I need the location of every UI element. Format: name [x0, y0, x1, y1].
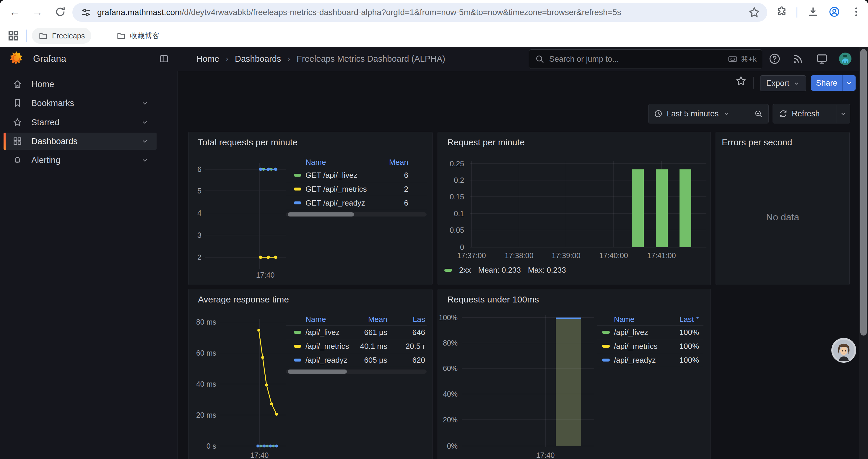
sidebar-item-bookmarks[interactable]: Bookmarks [4, 95, 157, 112]
series-name: /api/_livez [614, 328, 666, 337]
y-axis-label: 5 [188, 186, 202, 196]
apps-icon [12, 136, 23, 146]
series-swatch [602, 345, 610, 348]
breadcrumb-separator: › [226, 54, 228, 64]
breadcrumb-item[interactable]: Freeleaps Metrics Dashboard (ALPHA) [297, 54, 445, 64]
page-scrollbar-track[interactable] [859, 47, 868, 459]
sidebar-item-starred[interactable]: Starred [4, 114, 157, 131]
floating-assistant-avatar[interactable] [831, 338, 857, 363]
series-name: /api/_readyz [306, 356, 355, 365]
y-axis-label: 3 [188, 230, 202, 240]
chevron-down-icon [141, 118, 149, 126]
apps-grid-icon[interactable] [7, 30, 20, 42]
y-axis-label: 0.25 [438, 159, 464, 168]
series-mean: 2 [379, 185, 408, 194]
legend-row[interactable]: /api/_metrics40.1 ms20.5 r [286, 339, 427, 353]
y-axis-label: 2 [188, 253, 202, 262]
share-button[interactable]: Share [811, 75, 842, 91]
legend-row[interactable]: /api/_metrics100% [597, 339, 704, 353]
legend-row[interactable]: GET /api/_livez6 [286, 168, 427, 182]
bookmark-star-icon[interactable] [748, 6, 761, 19]
user-avatar[interactable] [839, 53, 851, 65]
x-axis-label: 17:40:00 [596, 251, 631, 260]
y-axis-label: 40% [438, 389, 458, 399]
grafana-logo-icon[interactable] [8, 51, 24, 67]
breadcrumb-item[interactable]: Home [196, 54, 219, 64]
profile-icon[interactable] [827, 4, 842, 20]
legend-scrollbar-thumb[interactable] [288, 369, 347, 374]
legend-table: NameMeanLas/api/_livez661 µs646/api/_met… [286, 314, 427, 374]
dock-menu-icon[interactable] [159, 54, 169, 64]
breadcrumb-item[interactable]: Dashboards [235, 54, 281, 64]
back-icon[interactable]: ← [7, 4, 23, 20]
reload-icon[interactable] [53, 4, 68, 20]
line-chart [220, 319, 286, 452]
chevron-down-icon [845, 79, 852, 87]
export-button[interactable]: Export [760, 75, 806, 91]
home-icon [12, 79, 23, 89]
browser-toolbar: ← → grafana.mathmast.com/d/deytv4rwavabk… [0, 0, 868, 25]
series-last: 100% [666, 328, 699, 337]
y-axis-label: 0 s [188, 441, 216, 451]
downloads-icon[interactable] [805, 4, 821, 20]
bookmark-item[interactable]: 收藏博客 [110, 28, 166, 44]
url-bar[interactable]: grafana.mathmast.com/d/deytv4rwavabkb/fr… [72, 3, 767, 22]
legend[interactable]: 2xx Mean: 0.233 Max: 0.233 [444, 266, 566, 275]
time-range-picker[interactable]: Last 5 minutes [648, 104, 769, 124]
zoom-out-button[interactable] [748, 109, 769, 118]
series-mean: Mean: 0.233 [478, 266, 521, 275]
site-settings-icon[interactable] [80, 6, 92, 18]
sidebar-item-dashboards[interactable]: Dashboards [4, 133, 157, 150]
favorite-star-icon[interactable] [735, 75, 747, 87]
star-icon [12, 117, 23, 127]
refresh-interval-button[interactable] [836, 110, 850, 117]
legend-scrollbar[interactable] [286, 212, 427, 217]
kiosk-monitor-icon[interactable] [816, 53, 828, 65]
legend-row[interactable]: /api/_livez661 µs646 [286, 326, 427, 339]
series-mean: 605 µs [355, 356, 387, 365]
page-scrollbar-thumb[interactable] [860, 49, 867, 335]
legend-header-name: Name [614, 315, 666, 324]
series-swatch [444, 269, 452, 272]
y-axis-label: 0.15 [438, 192, 464, 201]
legend-row[interactable]: GET /api/_readyz6 [286, 196, 427, 210]
legend-row[interactable]: /api/_readyz605 µs620 [286, 353, 427, 367]
legend-table: NameLast */api/_livez100%/api/_metrics10… [597, 314, 704, 367]
sidebar-item-alerting[interactable]: Alerting [4, 152, 157, 169]
legend-table: NameMeanGET /api/_livez6GET /api/_metric… [286, 156, 427, 217]
extensions-icon[interactable] [774, 4, 789, 20]
series-swatch [602, 359, 610, 362]
legend-scrollbar[interactable] [286, 369, 427, 374]
search-shortcut: ⌘+k [728, 54, 756, 64]
y-axis-label: 40 ms [188, 379, 216, 389]
toolbar-divider [797, 7, 797, 18]
search-input[interactable]: Search or jump to... ⌘+k [529, 49, 762, 69]
swatch-spacer [294, 161, 301, 164]
sidebar-item-home[interactable]: Home [4, 76, 157, 93]
sidebar-item-label: Bookmarks [31, 98, 141, 108]
series-last: 20.5 r [387, 342, 425, 351]
panel-total-requests-per-minute: Total requests per minute 17:40 NameMean… [188, 132, 433, 285]
series-name: GET /api/_livez [306, 171, 379, 180]
help-icon[interactable] [769, 53, 781, 65]
time-range-button[interactable]: Last 5 minutes [649, 109, 748, 119]
legend-row[interactable]: /api/_livez100% [597, 326, 704, 339]
legend-row[interactable]: /api/_readyz100% [597, 353, 704, 367]
series-last: 646 [387, 328, 425, 337]
bookmark-item[interactable]: Freeleaps [32, 28, 91, 44]
panel-average-response-time: Average response time 17:40 NameMeanLas/… [188, 289, 433, 459]
refresh-control[interactable]: Refresh [773, 104, 850, 124]
refresh-icon [779, 109, 788, 118]
legend-scrollbar-thumb[interactable] [288, 212, 354, 217]
x-axis-tick: 17:40 [242, 451, 277, 459]
legend-row[interactable]: GET /api/_metrics2 [286, 182, 427, 196]
share-options-button[interactable] [842, 75, 856, 91]
legend-header: NameMeanLas [286, 314, 427, 326]
sidebar: HomeBookmarksStarredDashboardsAlerting [0, 71, 178, 459]
panel-title: Average response time [198, 294, 289, 304]
news-rss-icon[interactable] [792, 53, 804, 65]
menu-kebab-icon[interactable] [848, 4, 864, 20]
y-axis-label: 60% [438, 364, 458, 373]
forward-icon[interactable]: → [30, 4, 45, 20]
refresh-button[interactable]: Refresh [773, 109, 836, 119]
